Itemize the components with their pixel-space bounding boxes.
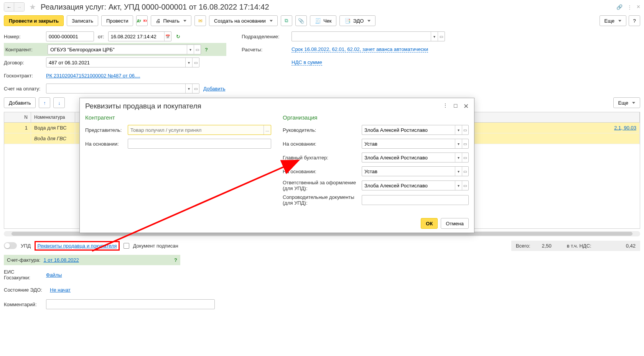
- help-button[interactable]: ?: [629, 15, 640, 26]
- dropdown-icon[interactable]: ▾: [185, 58, 192, 67]
- sf-help-icon[interactable]: ?: [174, 257, 177, 263]
- nav-forward-button[interactable]: →: [14, 3, 24, 11]
- move-up-button[interactable]: ↑: [39, 97, 50, 108]
- favorite-star-icon[interactable]: ★: [29, 2, 36, 11]
- attach-button[interactable]: 📎: [295, 15, 307, 26]
- accountant-input[interactable]: [362, 153, 455, 162]
- grid-more-button[interactable]: Еще: [613, 97, 640, 108]
- edo-button[interactable]: 📑ЭДО: [339, 15, 376, 26]
- dropdown-icon[interactable]: ▾: [431, 32, 438, 41]
- dropdown-icon[interactable]: ▾: [455, 125, 461, 135]
- check-button[interactable]: 🧾Чек: [310, 15, 337, 26]
- upd-label: УПД: [21, 243, 31, 249]
- section-organization: Организация: [283, 114, 469, 121]
- nav-back-button[interactable]: ←: [4, 3, 14, 11]
- dropdown-icon[interactable]: ▾: [455, 167, 461, 176]
- upd-toggle[interactable]: [4, 242, 17, 249]
- date-label: от:: [98, 34, 104, 39]
- signed-label: Документ подписан: [133, 243, 178, 249]
- basis-cp-label: На основании:: [85, 141, 125, 147]
- choose-icon[interactable]: …: [264, 125, 271, 135]
- settlements-link[interactable]: Срок 16.08.2022, 62.01, 62.02, зачет ава…: [292, 46, 428, 52]
- open-icon[interactable]: ▭: [462, 153, 468, 162]
- comment-input[interactable]: [46, 300, 214, 309]
- total-value: 2,50: [542, 243, 552, 249]
- open-icon[interactable]: ▭: [462, 125, 468, 135]
- edo-state-link[interactable]: Не начат: [50, 287, 71, 293]
- sf-link[interactable]: 1 от 16.08.2022: [43, 257, 79, 263]
- open-icon[interactable]: ▭: [462, 167, 468, 176]
- number-input[interactable]: [46, 32, 94, 41]
- counterparty-label: Контрагент:: [5, 47, 44, 52]
- head-input[interactable]: [362, 125, 455, 135]
- account-link[interactable]: 2.1, 90.03: [614, 125, 636, 131]
- envelope-icon: ✉: [198, 18, 203, 24]
- dt-kt-button[interactable]: ДтКт: [136, 15, 148, 26]
- open-icon[interactable]: ▭: [192, 84, 199, 93]
- head-label: Руководитель:: [283, 127, 359, 133]
- post-and-close-button[interactable]: Провести и закрыть: [4, 15, 64, 26]
- link-icon[interactable]: 🔗: [616, 4, 623, 10]
- dropdown-icon[interactable]: ▾: [455, 153, 461, 162]
- open-icon[interactable]: ▭: [462, 181, 468, 190]
- contract-label: Договор:: [4, 60, 42, 66]
- basis-org-input[interactable]: [362, 139, 455, 148]
- modal-menu-icon[interactable]: ⋮: [443, 102, 448, 110]
- responsible-input[interactable]: [362, 181, 455, 190]
- edo-state-label: Состояние ЭДО:: [4, 287, 46, 293]
- close-window-icon[interactable]: ×: [637, 3, 640, 10]
- email-button[interactable]: ✉: [194, 15, 206, 26]
- grid-add-button[interactable]: Добавить: [4, 97, 36, 108]
- save-button[interactable]: Записать: [67, 15, 98, 26]
- open-icon[interactable]: ▭: [194, 45, 201, 54]
- seller-buyer-details-dialog: Реквизиты продавца и покупателя ⋮ ◻ ✕ Ко…: [79, 98, 474, 233]
- dropdown-icon[interactable]: ▾: [187, 45, 194, 54]
- eis-label: ЕИС Госзакупки:: [4, 269, 42, 281]
- add-invoice-link[interactable]: Добавить: [203, 86, 225, 92]
- calendar-icon[interactable]: 📅: [164, 32, 171, 41]
- ok-button[interactable]: ОК: [421, 218, 438, 229]
- comment-label: Комментарий:: [4, 302, 42, 307]
- receipt-icon: 🧾: [315, 18, 321, 24]
- vat-mode-link[interactable]: НДС в сумме: [292, 59, 322, 66]
- post-button[interactable]: Провести: [101, 15, 133, 26]
- grid-header-nomenclature: Номенклатура: [31, 112, 75, 122]
- modal-title: Реквизиты продавца и покупателя: [85, 102, 201, 110]
- kebab-menu-icon[interactable]: ⋮: [627, 4, 632, 10]
- open-icon[interactable]: ▭: [438, 32, 445, 41]
- date-input[interactable]: [109, 32, 164, 41]
- open-icon[interactable]: ▭: [462, 139, 468, 148]
- counterparty-input[interactable]: [48, 45, 187, 54]
- move-down-button[interactable]: ↓: [53, 97, 65, 108]
- grid-header-n: N: [4, 112, 31, 122]
- print-button[interactable]: 🖨Печать: [151, 15, 191, 26]
- govcontract-link[interactable]: РК 2310200471521000002 №487 от 06....: [46, 73, 140, 79]
- create-based-on-button[interactable]: Создать на основании: [209, 15, 278, 26]
- eis-files-link[interactable]: Файлы: [46, 272, 62, 278]
- modal-maximize-icon[interactable]: ◻: [453, 102, 458, 110]
- copy-button[interactable]: ⧉: [281, 15, 292, 26]
- dropdown-icon[interactable]: ▾: [455, 181, 461, 190]
- document-signed-checkbox[interactable]: [124, 243, 129, 249]
- printer-icon: 🖨: [156, 18, 161, 24]
- dropdown-icon[interactable]: ▾: [455, 139, 461, 148]
- arrow-up-icon: ↑: [43, 100, 46, 106]
- seller-buyer-details-link[interactable]: Реквизиты продавца и покупателя: [37, 243, 117, 249]
- help-counterparty-icon[interactable]: ?: [205, 47, 208, 52]
- modal-close-icon[interactable]: ✕: [463, 102, 469, 110]
- stamp-icon: 📑: [344, 18, 351, 24]
- vat-label: в т.ч. НДС:: [567, 243, 591, 249]
- more-button[interactable]: Еще: [600, 15, 626, 26]
- vat-value: 0,42: [626, 243, 636, 249]
- open-icon[interactable]: ▭: [192, 58, 199, 67]
- basis-acc-input[interactable]: [362, 167, 455, 176]
- basis-cp-input[interactable]: [128, 139, 271, 148]
- docs-input[interactable]: [362, 195, 468, 205]
- cancel-button[interactable]: Отмена: [441, 218, 469, 229]
- invoice-input[interactable]: [46, 84, 185, 93]
- refresh-icon[interactable]: ↻: [175, 33, 181, 39]
- division-input[interactable]: [292, 32, 431, 41]
- representative-input[interactable]: [128, 125, 264, 135]
- dropdown-icon[interactable]: ▾: [185, 84, 192, 93]
- contract-input[interactable]: [46, 58, 185, 67]
